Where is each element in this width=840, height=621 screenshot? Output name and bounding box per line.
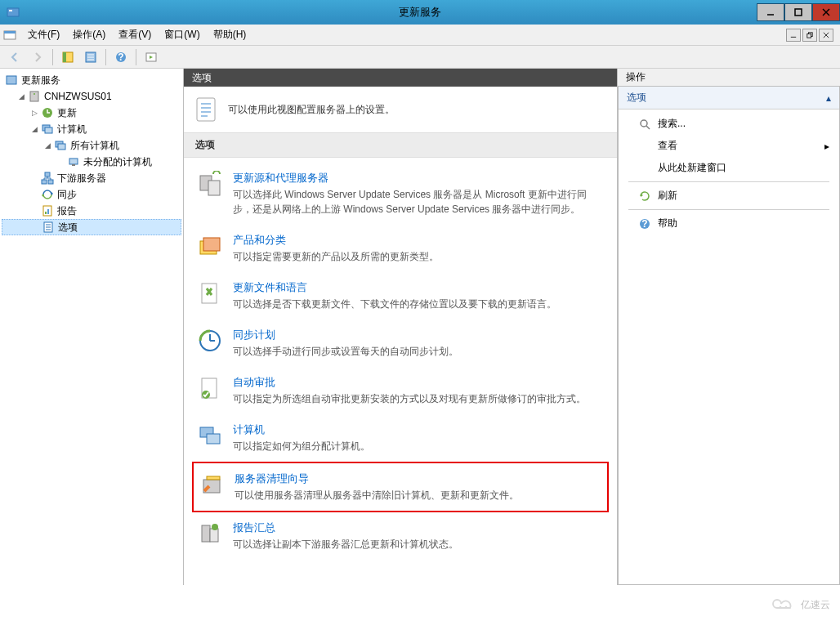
svg-text:?: ? xyxy=(118,51,123,63)
updates-icon xyxy=(41,106,54,119)
server-icon xyxy=(28,90,41,103)
collapse-icon[interactable]: ◢ xyxy=(16,92,26,101)
show-hide-tree-button[interactable] xyxy=(58,47,78,67)
svg-rect-28 xyxy=(45,127,52,133)
tree-downstream[interactable]: 下游服务器 xyxy=(2,170,181,186)
tree-options[interactable]: 选项 xyxy=(2,219,181,235)
collapse-icon[interactable]: ▴ xyxy=(826,92,831,104)
nav-forward-button[interactable] xyxy=(28,47,47,67)
action-label: 刷新 xyxy=(658,189,677,203)
svg-rect-68 xyxy=(202,525,210,542)
computers-option-icon xyxy=(197,422,223,449)
menu-view[interactable]: 查看(V) xyxy=(112,25,158,45)
tree-label: 报告 xyxy=(57,204,77,218)
properties-button[interactable] xyxy=(81,47,101,67)
close-button[interactable] xyxy=(812,3,840,21)
option-files-languages[interactable]: 更新文件和语言 可以选择是否下载更新文件、下载文件的存储位置以及要下载的更新语言… xyxy=(192,272,609,319)
intro-text: 可以使用此视图配置服务器上的设置。 xyxy=(228,103,395,117)
actions-list: 搜索... 查看 ▸ 从此处新建窗口 刷新 xyxy=(619,109,839,238)
svg-rect-23 xyxy=(7,76,16,84)
toolbar: ? xyxy=(0,46,840,69)
menu-help[interactable]: 帮助(H) xyxy=(207,25,253,45)
downstream-icon xyxy=(41,172,54,185)
option-computers[interactable]: 计算机 可以指定如何为组分配计算机。 xyxy=(192,414,609,462)
svg-rect-33 xyxy=(45,172,50,176)
maximize-button[interactable] xyxy=(784,3,812,21)
option-products[interactable]: 产品和分类 可以指定需要更新的产品以及所需的更新类型。 xyxy=(192,225,609,272)
svg-rect-32 xyxy=(72,164,75,166)
action-refresh[interactable]: 刷新 xyxy=(619,185,839,207)
option-sync-schedule[interactable]: 同步计划 可以选择手动进行同步或设置每天的自动同步计划。 xyxy=(192,319,609,367)
action-separator xyxy=(628,181,829,182)
action-new-window[interactable]: 从此处新建窗口 xyxy=(619,157,839,179)
option-update-source[interactable]: 更新源和代理服务器 可以选择此 Windows Server Update Se… xyxy=(192,163,609,225)
svg-rect-34 xyxy=(42,180,47,184)
tree-reports[interactable]: 报告 xyxy=(2,203,181,219)
svg-rect-31 xyxy=(69,159,78,164)
option-title[interactable]: 更新源和代理服务器 xyxy=(233,171,604,185)
menu-window[interactable]: 窗口(W) xyxy=(158,25,206,45)
option-desc: 可以指定为所选组自动审批更新安装的方式以及对现有更新所做修订的审批方式。 xyxy=(233,391,604,406)
option-cleanup-wizard[interactable]: 服务器清理向导 可以使用服务器清理从服务器中清除旧计算机、更新和更新文件。 xyxy=(192,462,609,512)
option-title[interactable]: 同步计划 xyxy=(233,328,604,342)
tree-root[interactable]: 更新服务 xyxy=(2,72,181,88)
option-title[interactable]: 服务器清理向导 xyxy=(235,471,602,486)
collapse-icon[interactable]: ◢ xyxy=(42,141,52,150)
option-report-rollup[interactable]: 报告汇总 可以选择让副本下游服务器汇总更新和计算机状态。 xyxy=(192,512,609,560)
option-desc: 可以选择是否下载更新文件、下载文件的存储位置以及要下载的更新语言。 xyxy=(233,297,604,311)
tree-unassigned[interactable]: 未分配的计算机 xyxy=(2,154,181,170)
tree-all-computers[interactable]: ◢ 所有计算机 xyxy=(2,137,181,154)
option-title[interactable]: 产品和分类 xyxy=(233,233,604,248)
tree-label: 同步 xyxy=(57,188,77,202)
watermark-text: 亿速云 xyxy=(801,598,830,612)
mdi-minimize-button[interactable] xyxy=(786,29,801,42)
option-title[interactable]: 自动审批 xyxy=(233,375,604,390)
option-title[interactable]: 报告汇总 xyxy=(233,520,604,535)
svg-rect-30 xyxy=(58,144,65,150)
svg-line-72 xyxy=(646,126,650,129)
option-title[interactable]: 计算机 xyxy=(233,422,604,437)
center-header: 选项 xyxy=(184,69,617,87)
action-label: 从此处新建窗口 xyxy=(658,161,726,175)
mdi-restore-button[interactable] xyxy=(802,29,817,42)
nav-back-button[interactable] xyxy=(5,47,25,67)
wsus-action-button[interactable] xyxy=(141,47,161,67)
tree-computers[interactable]: ◢ 计算机 xyxy=(2,121,181,137)
leaf-icon xyxy=(29,190,39,199)
option-title[interactable]: 更新文件和语言 xyxy=(233,280,604,295)
actions-section-title[interactable]: 选项 ▴ xyxy=(619,87,839,109)
minimize-button[interactable] xyxy=(757,3,784,21)
products-icon xyxy=(197,233,223,259)
menu-file[interactable]: 文件(F) xyxy=(21,25,66,45)
reports-icon xyxy=(41,204,54,217)
approval-icon xyxy=(197,375,223,401)
tree-server[interactable]: ◢ CNHZWSUS01 xyxy=(2,88,181,105)
action-label: 搜索... xyxy=(658,117,686,131)
mdi-close-button[interactable] xyxy=(819,29,833,42)
tree-updates[interactable]: ▷ 更新 xyxy=(2,105,181,121)
action-help[interactable]: ? 帮助 xyxy=(619,212,839,235)
actions-header: 操作 xyxy=(618,69,840,87)
navigation-tree[interactable]: 更新服务 ◢ CNHZWSUS01 ▷ 更新 ◢ 计算机 ◢ 所有计算机 未分配… xyxy=(0,69,184,585)
tree-sync[interactable]: 同步 xyxy=(2,186,181,203)
tree-label: 计算机 xyxy=(57,123,87,136)
expand-icon[interactable]: ▷ xyxy=(29,108,39,118)
menubar: 文件(F) 操作(A) 查看(V) 窗口(W) 帮助(H) xyxy=(0,25,840,46)
server-group-icon xyxy=(5,74,18,87)
chevron-right-icon: ▸ xyxy=(824,141,829,152)
help-button[interactable]: ? xyxy=(111,47,131,67)
menu-action[interactable]: 操作(A) xyxy=(66,25,112,45)
blank-icon xyxy=(638,162,651,175)
toolbar-separator xyxy=(136,49,136,65)
document-icon xyxy=(195,96,218,123)
option-auto-approval[interactable]: 自动审批 可以指定为所选组自动审批更新安装的方式以及对现有更新所做修订的审批方式… xyxy=(192,367,609,414)
action-search[interactable]: 搜索... xyxy=(619,113,839,135)
leaf-icon xyxy=(29,206,39,216)
refresh-icon xyxy=(638,190,651,203)
svg-marker-73 xyxy=(641,194,643,197)
server-sync-icon xyxy=(197,171,223,197)
action-view[interactable]: 查看 ▸ xyxy=(619,135,839,157)
svg-marker-41 xyxy=(42,194,43,197)
center-scroll[interactable]: 可以使用此视图配置服务器上的设置。 选项 更新源和代理服务器 可以选择此 Win… xyxy=(184,87,617,585)
collapse-icon[interactable]: ◢ xyxy=(29,124,39,134)
